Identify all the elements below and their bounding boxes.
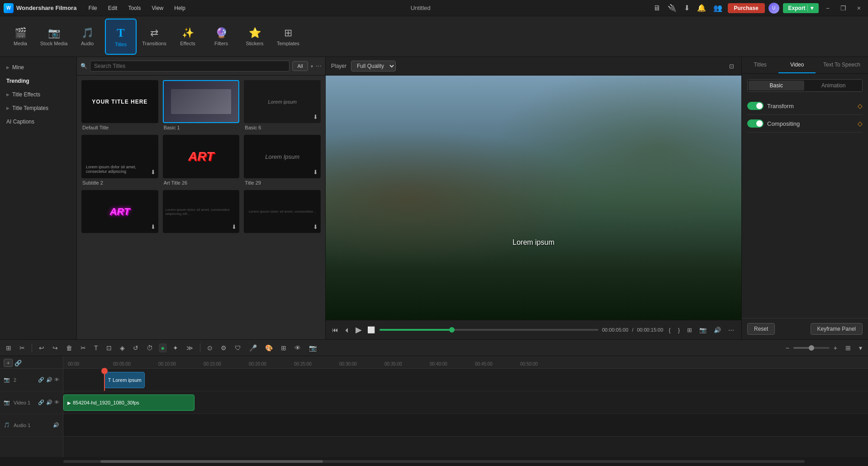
transform-keyframe-icon[interactable]: ◇ <box>858 102 863 109</box>
tl-redo-button[interactable]: ↪ <box>50 343 60 352</box>
video1-link-icon[interactable]: 🔗 <box>38 399 44 405</box>
tl-crop-button[interactable]: ⊡ <box>104 343 114 352</box>
tl-select-button[interactable]: ✂ <box>17 343 27 352</box>
tl-camera-button[interactable]: 📷 <box>307 343 319 352</box>
keyframe-panel-button[interactable]: Keyframe Panel <box>811 323 863 335</box>
sidebar-item-title-templates[interactable]: ▶ Title Templates <box>0 101 76 115</box>
grid-item-basic1[interactable]: Basic 1 <box>163 80 240 130</box>
account-icon[interactable]: 👥 <box>711 3 724 13</box>
tool-titles[interactable]: T Titles <box>105 19 137 55</box>
maximize-button[interactable]: ❐ <box>837 4 850 13</box>
volume-button[interactable]: 🔊 <box>712 326 723 334</box>
grid-item-8[interactable]: Lorem ipsum dolor sit amet, consectetur.… <box>244 190 321 235</box>
tl-undo-button[interactable]: ↩ <box>37 343 47 352</box>
add-to-timeline-button[interactable]: ⊞ <box>685 326 694 334</box>
title29-download-icon[interactable]: ⬇ <box>313 169 318 176</box>
tl-color-button[interactable]: 🎨 <box>263 343 275 352</box>
compositing-toggle[interactable] <box>747 119 764 128</box>
tab-text-to-speech[interactable]: Text To Speech <box>816 57 868 73</box>
tl-ai-button[interactable]: ✦ <box>171 343 180 352</box>
menu-tools[interactable]: Tools <box>123 3 145 13</box>
grid-item-basic6[interactable]: Lorem ipsum ⬇ Basic 6 <box>244 80 321 130</box>
sidebar-item-trending[interactable]: Trending <box>0 74 76 88</box>
tl-eye-button[interactable]: 👁 <box>292 343 303 352</box>
track-area-audio1[interactable] <box>63 414 868 437</box>
tl-text-button[interactable]: T <box>92 343 100 352</box>
basic6-download-icon[interactable]: ⬇ <box>313 114 318 120</box>
video1-volume-icon[interactable]: 🔊 <box>46 399 52 405</box>
menu-view[interactable]: View <box>147 3 168 13</box>
tl-options-button[interactable]: ▾ <box>857 343 864 352</box>
grid-item-7[interactable]: Lorem ipsum dolor sit amet, consectetur … <box>163 190 240 235</box>
tool-filters[interactable]: 🔮 Filters <box>205 19 237 55</box>
download-icon[interactable]: ⬇ <box>682 3 692 13</box>
track-area-video1[interactable]: ▶ 854204-hd_1920_1080_30fps <box>63 391 868 414</box>
track2-link-icon[interactable]: 🔗 <box>38 377 44 383</box>
grid-item-subtitle2[interactable]: Lorem ipsum dolor sit amet, consectetur … <box>81 135 158 185</box>
timeline-main[interactable]: 00:00 00:05:00 00:10:00 00:15:00 00:20:0… <box>63 356 868 457</box>
grid-item-art-pink[interactable]: ART ⬇ <box>81 190 158 235</box>
tl-rotate-button[interactable]: ↺ <box>131 343 141 352</box>
export-dropdown-arrow[interactable]: ▾ <box>807 5 813 11</box>
thumb-8[interactable]: Lorem ipsum dolor sit amet, consectetur.… <box>244 190 321 233</box>
menu-edit[interactable]: Edit <box>104 3 122 13</box>
notification-icon[interactable]: 🔔 <box>695 3 708 13</box>
tl-cut-button[interactable]: ✂ <box>78 343 88 352</box>
thumb-art-title26[interactable]: ART <box>163 135 240 178</box>
zoom-in-button[interactable]: + <box>831 343 840 352</box>
link-tracks-button[interactable]: 🔗 <box>14 360 22 366</box>
grid-item-default-title[interactable]: YOUR TITLE HERE Default Title <box>81 80 158 130</box>
timeline-horizontal-scrollbar[interactable] <box>63 460 805 463</box>
video-clip[interactable]: ▶ 854204-hd_1920_1080_30fps <box>63 395 194 411</box>
title-clip[interactable]: T Lorem ipsum <box>104 372 145 388</box>
tab-titles[interactable]: Titles <box>742 57 778 73</box>
search-input[interactable] <box>90 61 289 71</box>
filter-dropdown-arrow[interactable]: ▾ <box>311 64 313 69</box>
more-options-button[interactable]: ··· <box>316 62 322 70</box>
progress-bar[interactable] <box>379 329 598 331</box>
more-preview-button[interactable]: ⋯ <box>726 326 736 334</box>
tl-delete-button[interactable]: 🗑 <box>64 343 75 352</box>
grid-item-title29[interactable]: Lorem Ipsum ⬇ Title 29 <box>244 135 321 185</box>
in-point-button[interactable]: { <box>667 326 672 334</box>
menu-file[interactable]: File <box>84 3 101 13</box>
tool-stock-media[interactable]: 📷 Stock Media <box>38 19 70 55</box>
thumb8-download-icon[interactable]: ⬇ <box>313 223 318 230</box>
zoom-out-button[interactable]: − <box>783 343 792 352</box>
close-button[interactable]: × <box>854 4 864 13</box>
audio1-volume-icon[interactable]: 🔊 <box>53 422 59 428</box>
tl-grid-view-button[interactable]: ⊞ <box>843 343 853 352</box>
compositing-keyframe-icon[interactable]: ◇ <box>858 120 863 127</box>
prev-frame-button[interactable]: ⏴ <box>343 325 351 334</box>
tl-layout-button[interactable]: ⊞ <box>4 343 14 352</box>
zoom-slider[interactable] <box>793 347 830 349</box>
track2-eye-icon[interactable]: 👁 <box>54 377 59 383</box>
thumb-basic1[interactable] <box>163 80 240 123</box>
tl-mic-button[interactable]: 🎤 <box>247 343 259 352</box>
minimize-button[interactable]: − <box>822 4 833 13</box>
plugins-icon[interactable]: 🔌 <box>666 3 678 13</box>
add-track-button[interactable]: + <box>4 359 13 367</box>
subtitle2-download-icon[interactable]: ⬇ <box>151 169 156 176</box>
out-point-button[interactable]: } <box>676 326 682 334</box>
tool-transitions[interactable]: ⇄ Transitions <box>138 19 170 55</box>
tl-link-button[interactable]: ⊞ <box>279 343 289 352</box>
tool-templates[interactable]: ⊞ Templates <box>272 19 304 55</box>
thumb-title29[interactable]: Lorem Ipsum ⬇ <box>244 135 321 178</box>
track2-volume-icon[interactable]: 🔊 <box>46 377 52 383</box>
art-pink-download-icon[interactable]: ⬇ <box>151 223 156 230</box>
tl-settings-button[interactable]: ⚙ <box>218 343 229 352</box>
tool-media[interactable]: 🎬 Media <box>5 19 36 55</box>
thumb7-download-icon[interactable]: ⬇ <box>232 223 237 230</box>
export-button[interactable]: Export ▾ <box>783 3 819 13</box>
menu-help[interactable]: Help <box>170 3 190 13</box>
tool-audio[interactable]: 🎵 Audio <box>71 19 103 55</box>
stop-button[interactable]: ⬜ <box>366 325 376 334</box>
snapshot-button[interactable]: 📷 <box>697 326 708 334</box>
thumb-art-pink[interactable]: ART ⬇ <box>81 190 158 233</box>
video1-eye-icon[interactable]: 👁 <box>54 399 59 405</box>
tool-stickers[interactable]: ⭐ Stickers <box>239 19 270 55</box>
tl-clip-button[interactable]: ● <box>159 343 167 352</box>
tool-effects[interactable]: ✨ Effects <box>172 19 204 55</box>
filter-button[interactable]: All <box>292 61 308 71</box>
